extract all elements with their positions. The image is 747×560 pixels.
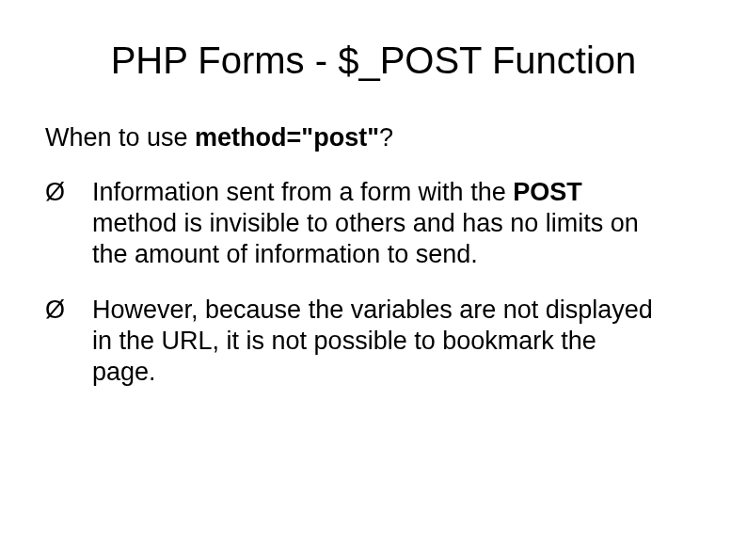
- bullet-marker: Ø: [45, 295, 92, 388]
- subtitle-bold: method="post": [195, 123, 379, 152]
- slide-subtitle: When to use method="post"?: [45, 123, 702, 152]
- bullet-content: However, because the variables are not d…: [92, 295, 702, 388]
- subtitle-suffix: ?: [379, 123, 393, 152]
- slide-title: PHP Forms - $_POST Function: [45, 40, 702, 82]
- bullet-text-before: Information sent from a form with the: [92, 178, 513, 206]
- bullet-item: Ø Information sent from a form with the …: [45, 177, 702, 270]
- bullet-content: Information sent from a form with the PO…: [92, 177, 702, 270]
- bullet-text-before: However, because the variables are not d…: [92, 296, 653, 386]
- bullet-text-bold: POST: [513, 178, 582, 206]
- bullet-text-after: method is invisible to others and has no…: [92, 209, 639, 268]
- subtitle-prefix: When to use: [45, 123, 195, 152]
- bullet-item: Ø However, because the variables are not…: [45, 295, 702, 388]
- bullet-marker: Ø: [45, 177, 92, 270]
